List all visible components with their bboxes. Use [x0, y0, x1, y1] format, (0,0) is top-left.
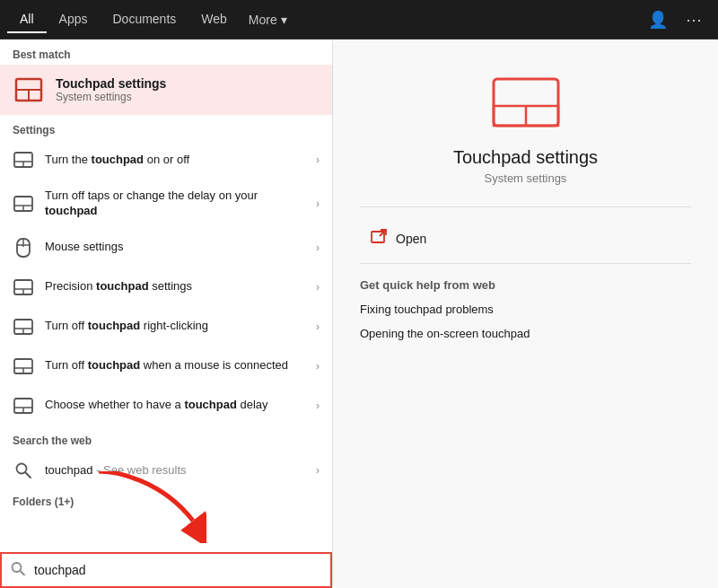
- search-web-icon: [13, 460, 34, 481]
- settings-item-text-4: Precision touchpad settings: [45, 279, 305, 294]
- chevron-down-icon: ▾: [281, 13, 287, 27]
- svg-line-25: [25, 472, 31, 478]
- arrow-icon-5: ›: [316, 320, 320, 333]
- tab-apps[interactable]: Apps: [47, 6, 101, 33]
- settings-item-4[interactable]: Precision touchpad settings ›: [0, 268, 332, 307]
- divider-top: [360, 206, 691, 207]
- tab-all[interactable]: All: [7, 6, 47, 33]
- open-icon: [371, 229, 387, 249]
- main-content: Best match Touchpad settings System sett…: [0, 39, 718, 588]
- arrow-icon-web: ›: [316, 464, 320, 477]
- open-button[interactable]: Open: [360, 222, 691, 256]
- touchpad-icon-4: [13, 276, 34, 298]
- arrow-icon-2: ›: [316, 197, 320, 210]
- arrow-icon-3: ›: [316, 241, 320, 254]
- arrow-icon-4: ›: [316, 281, 320, 294]
- right-title: Touchpad settings: [453, 147, 598, 168]
- top-nav: All Apps Documents Web More ▾ 👤 ⋯: [0, 0, 718, 39]
- touchpad-icon-1: [13, 149, 34, 171]
- best-match-subtitle: System settings: [56, 91, 166, 103]
- settings-item-text-5: Turn off touchpad right-clicking: [45, 319, 305, 334]
- open-btn-label: Open: [396, 232, 426, 246]
- settings-section-label: Settings: [0, 115, 332, 140]
- web-help-link-2[interactable]: Opening the on-screen touchpad: [360, 325, 691, 342]
- touchpad-icon-7: [13, 395, 34, 417]
- web-help-link-1[interactable]: Fixing touchpad problems: [360, 301, 691, 318]
- right-subtitle: System settings: [485, 171, 567, 185]
- mouse-icon: [13, 237, 34, 259]
- web-section-label: Search the web: [0, 426, 332, 451]
- best-match-title: Touchpad settings: [56, 76, 166, 91]
- best-match-text: Touchpad settings System settings: [56, 76, 166, 103]
- settings-item-text-1: Turn the touchpad on or off: [45, 153, 305, 168]
- user-icon-button[interactable]: 👤: [639, 4, 677, 35]
- search-box-container: [0, 552, 332, 588]
- divider-middle: [360, 263, 691, 264]
- settings-item-3[interactable]: Mouse settings ›: [0, 228, 332, 268]
- touchpad-icon-5: [13, 316, 34, 338]
- left-panel: Best match Touchpad settings System sett…: [0, 39, 332, 588]
- best-match-item[interactable]: Touchpad settings System settings: [0, 65, 332, 115]
- best-match-label: Best match: [0, 39, 332, 65]
- settings-item-text-2: Turn off taps or change the delay on you…: [45, 189, 305, 219]
- tab-more[interactable]: More ▾: [240, 7, 296, 32]
- settings-item-7[interactable]: Choose whether to have a touchpad delay …: [0, 386, 332, 426]
- tab-web[interactable]: Web: [188, 6, 240, 33]
- more-options-button[interactable]: ⋯: [677, 4, 711, 35]
- arrow-icon-7: ›: [316, 399, 320, 412]
- touchpad-large-icon: [490, 75, 562, 129]
- web-search-item[interactable]: touchpad - See web results ›: [0, 451, 332, 490]
- settings-item-2[interactable]: Turn off taps or change the delay on you…: [0, 180, 332, 228]
- search-wrapper: [0, 552, 332, 588]
- settings-item-text-6: Turn off touchpad when a mouse is connec…: [45, 358, 305, 373]
- settings-item-text-7: Choose whether to have a touchpad delay: [45, 398, 305, 413]
- touchpad-icon-6: [13, 355, 34, 377]
- settings-item-5[interactable]: Turn off touchpad right-clicking ›: [0, 307, 332, 347]
- right-panel: Touchpad settings System settings Open G…: [332, 39, 718, 588]
- right-icon-area: [490, 75, 562, 133]
- web-help-title: Get quick help from web: [360, 278, 691, 292]
- tab-documents[interactable]: Documents: [100, 6, 188, 33]
- settings-item-text-3: Mouse settings: [45, 240, 305, 255]
- touchpad-settings-icon: [13, 74, 45, 106]
- folders-label: Folders (1+): [0, 490, 332, 512]
- settings-item-1[interactable]: Turn the touchpad on or off ›: [0, 140, 332, 180]
- touchpad-icon-2: [13, 193, 34, 215]
- settings-item-6[interactable]: Turn off touchpad when a mouse is connec…: [0, 347, 332, 386]
- search-input[interactable]: [2, 554, 330, 586]
- web-search-text: touchpad - See web results: [45, 463, 305, 477]
- svg-line-33: [380, 230, 386, 236]
- arrow-icon-1: ›: [316, 154, 320, 166]
- arrow-icon-6: ›: [316, 360, 320, 373]
